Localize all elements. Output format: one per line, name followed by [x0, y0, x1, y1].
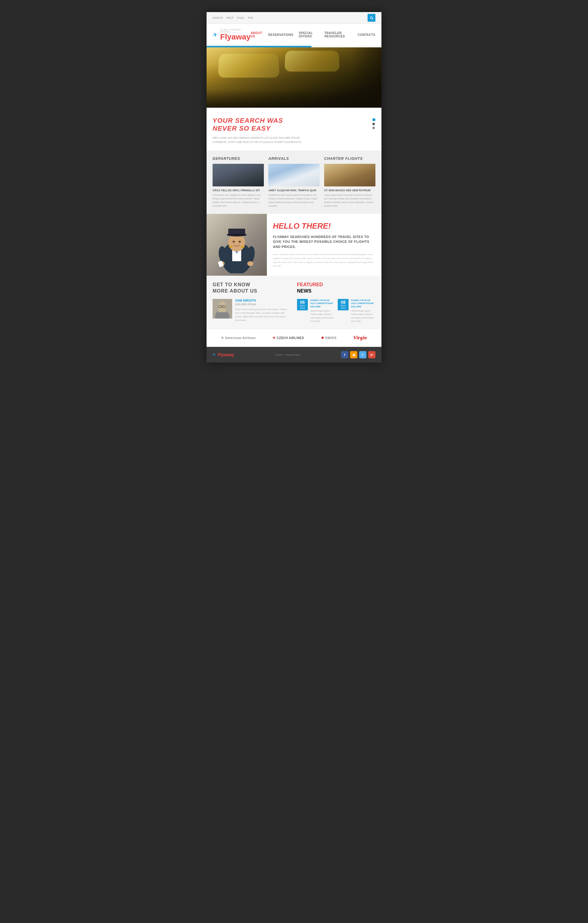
rss-link[interactable]: RSS — [248, 16, 254, 19]
departures-subtitle: CRAS TELLUS ORCI, FRINGILLA SIT — [213, 189, 264, 192]
svg-rect-16 — [229, 246, 233, 247]
help-link[interactable]: HELP — [226, 16, 234, 19]
top-bar: SIGN IN HELP FAQS RSS — [206, 12, 382, 24]
news-title-featured: FEATURED — [297, 282, 375, 288]
charter-image — [324, 164, 375, 186]
nav-reservations[interactable]: RESERVATIONS — [269, 33, 293, 36]
privacy-policy-link[interactable]: Privacy Policy — [285, 353, 300, 356]
departures-text: Cras tellus orci, fringilla sit amet ali… — [213, 193, 264, 208]
dot-3[interactable] — [372, 127, 375, 129]
footer-fly: Fly — [218, 352, 224, 357]
news-day-2: 08 — [339, 300, 347, 304]
american-icon: ✈ — [221, 336, 224, 340]
person-info: SAM SMOOTH DOLORE IPSUM Dulce Nunc vullo… — [235, 299, 291, 322]
news-items: 06 NOV 2014 DONEC FACILISI ULE LOREM IPS… — [297, 299, 375, 323]
swiss-name: SWISS — [325, 336, 336, 340]
nav-traveler-resources[interactable]: TRAVELER RESOURCES — [324, 31, 352, 38]
pilot-svg — [213, 216, 261, 273]
departures-col: DEPARTURES CRAS TELLUS ORCI, FRINGILLA S… — [213, 156, 264, 208]
search-icon — [369, 16, 373, 20]
news-month-1: NOV — [298, 304, 307, 307]
nav-special-offers[interactable]: SPECIAL OFFERS — [299, 31, 319, 38]
tagline-line2: NEVER SO EASY — [213, 125, 271, 132]
about-news-section: GET TO KNOWMORE ABOUT US — [206, 276, 382, 329]
news-body-1: Morbi tempor quam maect sadpu rising ut … — [310, 309, 335, 323]
about-title: GET TO KNOWMORE ABOUT US — [213, 282, 291, 294]
virgin-name: Virgin — [354, 335, 367, 340]
hello-text: Nunc cuml dra sed in faucusl orci orci a… — [273, 253, 375, 268]
pilot-image — [206, 214, 267, 276]
nav-about[interactable]: ABOUT US — [251, 31, 263, 38]
googleplus-button[interactable]: g+ — [368, 351, 375, 358]
header: ✈ FLIGHT SEARCH ENGINE Flyaway ABOUT US … — [206, 24, 382, 46]
person-name: SAM SMOOTH — [235, 299, 291, 302]
logo-airplane-icon: ✈ — [212, 30, 219, 39]
hero-inner — [206, 48, 382, 108]
hero-image — [206, 48, 382, 108]
news-headline-1: DONEC FACILISI ULE LOREM IPSUM DOLORE — [310, 299, 335, 308]
faqs-link[interactable]: FAQS — [237, 16, 244, 19]
about-col: GET TO KNOWMORE ABOUT US — [213, 282, 291, 323]
arrivals-image — [269, 164, 319, 186]
search-button[interactable] — [368, 14, 375, 22]
news-year-1: 2014 — [298, 307, 307, 309]
facebook-button[interactable]: f — [341, 351, 348, 358]
svg-rect-6 — [227, 234, 246, 236]
news-title: FEATURED NEWS — [297, 282, 375, 294]
news-item-2: 08 NOV 2014 DONEC FACILISI ULE LOREM IPS… — [338, 299, 375, 323]
footer-social: f ◉ t g+ — [341, 351, 375, 358]
czech-icon: ✈ — [273, 336, 275, 340]
logo-away: away — [232, 32, 251, 41]
charter-title: CHARTER FLIGHTS — [324, 156, 375, 161]
footer-copyright: ©2015 — [275, 353, 283, 356]
svg-point-9 — [233, 241, 234, 243]
person-card: SAM SMOOTH DOLORE IPSUM Dulce Nunc vullo… — [213, 299, 291, 322]
logo-text: Flyaway — [220, 33, 251, 41]
rss-button[interactable]: ◉ — [350, 351, 357, 358]
dot-1[interactable] — [372, 118, 375, 121]
person-svg — [213, 299, 232, 319]
arrivals-text: Vestibulum ante ipsum primis in faucibus… — [269, 193, 319, 208]
arrivals-subtitle: AMET ALIQUAM NON, TEMPUS QUIS — [269, 189, 319, 192]
hero-panel-2 — [284, 51, 340, 72]
svg-point-10 — [239, 241, 241, 243]
hello-title: HELLO THERE! — [273, 222, 375, 231]
person-text: Dulce Nunc vullo pulvinar gre dol connec… — [235, 308, 291, 322]
hello-subtitle: FLYAWAY SEARCHES HUNDREDS OF TRAVEL SITE… — [273, 234, 375, 250]
partner-american: ✈ American Airlines — [221, 336, 256, 340]
svg-rect-21 — [219, 310, 226, 312]
page-wrapper: SIGN IN HELP FAQS RSS ✈ FLIGHT SEARCH EN… — [206, 12, 382, 363]
arrivals-title: ARRIVALS — [269, 156, 319, 161]
hello-section: HELLO THERE! FLYAWAY SEARCHES HUNDREDS O… — [206, 214, 382, 276]
nav-contacts[interactable]: CONTACTS — [358, 33, 375, 36]
czech-name: CZECH AIRLINES — [277, 336, 304, 340]
dots-navigation[interactable] — [372, 117, 375, 129]
news-headline-2: DONEC FACILISI ULE LOREM IPSUM DOLORE — [351, 299, 375, 308]
svg-rect-17 — [241, 246, 244, 247]
departures-image — [213, 164, 264, 186]
logo: ✈ FLIGHT SEARCH ENGINE Flyaway — [213, 29, 251, 41]
footer-logo-text: Flyaway — [218, 352, 234, 357]
flights-grid: DEPARTURES CRAS TELLUS ORCI, FRINGILLA S… — [213, 156, 375, 208]
partner-czech: ✈ CZECH AIRLINES — [273, 336, 304, 340]
person-photo — [213, 299, 232, 319]
news-month-2: NOV — [339, 304, 347, 307]
footer-away: away — [224, 352, 234, 357]
twitter-button[interactable]: t — [359, 351, 366, 358]
news-day-1: 06 — [298, 300, 307, 304]
news-text-2: DONEC FACILISI ULE LOREM IPSUM DOLORE Mo… — [351, 299, 375, 323]
top-bar-links: SIGN IN HELP FAQS RSS — [213, 16, 254, 19]
person-role: DOLORE IPSUM — [235, 303, 291, 306]
swiss-icon: ✚ — [321, 336, 324, 340]
footer-links: ©2015 Privacy Policy — [275, 353, 300, 356]
news-body-2: Morbi tempor quam maect sadpu rising ut … — [351, 309, 375, 323]
signin-link[interactable]: SIGN IN — [213, 16, 223, 19]
hello-content: HELLO THERE! FLYAWAY SEARCHES HUNDREDS O… — [267, 214, 382, 276]
footer-logo: ✈ Flyaway — [213, 352, 234, 357]
footer: ✈ Flyaway ©2015 Privacy Policy f ◉ t g+ — [206, 347, 382, 363]
flights-section: DEPARTURES CRAS TELLUS ORCI, FRINGILLA S… — [206, 151, 382, 214]
dot-2[interactable] — [372, 123, 375, 125]
american-name: American Airlines — [225, 336, 256, 340]
partners-section: ✈ American Airlines ✈ CZECH AIRLINES ✚ S… — [206, 329, 382, 347]
hero-panel-1 — [218, 54, 280, 77]
